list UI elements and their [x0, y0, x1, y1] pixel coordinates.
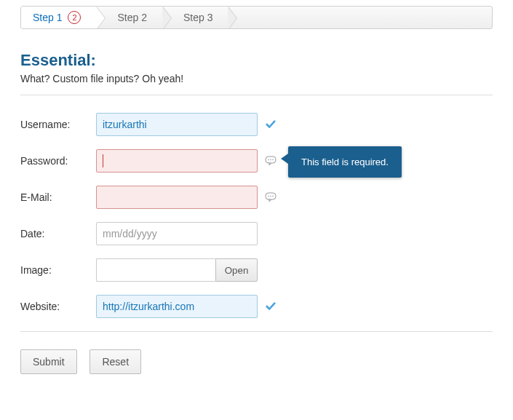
wizard-step-2-label: Step 2: [117, 12, 146, 23]
file-input-group: Open: [96, 258, 258, 282]
row-password: Password: This field is required.: [20, 149, 493, 173]
svg-point-6: [270, 196, 271, 197]
wizard-step-1-badge: 2: [68, 11, 81, 24]
text-caret: [103, 154, 103, 167]
label-email: E-Mail:: [20, 191, 96, 203]
row-username: Username:: [20, 113, 493, 136]
row-website: Website:: [20, 295, 493, 318]
reset-button[interactable]: Reset: [90, 349, 141, 374]
row-email: E-Mail:: [20, 186, 493, 209]
date-input[interactable]: [96, 222, 258, 245]
divider: [20, 95, 493, 95]
check-icon: [265, 119, 277, 130]
divider: [20, 331, 493, 332]
section-title: Essential:: [20, 51, 493, 70]
wizard-step-1[interactable]: Step 1 2: [21, 7, 97, 28]
svg-point-1: [268, 159, 269, 161]
section-subtitle: What? Custom file inputs? Oh yeah!: [20, 73, 493, 84]
speech-bubble-icon: [265, 155, 277, 167]
file-path-display[interactable]: [96, 258, 215, 282]
wizard-steps: Step 1 2 Step 2 Step 3: [20, 6, 493, 29]
svg-point-5: [268, 196, 269, 197]
tooltip-required: This field is required.: [288, 146, 402, 178]
form-actions: Submit Reset: [20, 349, 493, 374]
svg-point-2: [270, 159, 271, 161]
svg-point-3: [272, 159, 274, 161]
wizard-step-1-label: Step 1: [33, 12, 62, 23]
file-open-button[interactable]: Open: [215, 258, 258, 282]
check-icon: [265, 301, 277, 312]
label-username: Username:: [20, 119, 96, 130]
speech-bubble-icon: [265, 191, 277, 203]
tooltip-text: This field is required.: [301, 156, 389, 167]
svg-point-7: [272, 196, 274, 197]
email-input[interactable]: [96, 186, 258, 209]
label-image: Image:: [20, 264, 96, 276]
wizard-step-3-label: Step 3: [183, 12, 212, 23]
row-date: Date:: [20, 222, 493, 245]
website-input[interactable]: [96, 295, 258, 318]
label-website: Website:: [20, 301, 96, 312]
password-input[interactable]: [96, 149, 258, 173]
wizard-step-2[interactable]: Step 2: [97, 7, 162, 28]
label-date: Date:: [20, 228, 96, 239]
submit-button[interactable]: Submit: [20, 349, 77, 374]
row-image: Image: Open: [20, 258, 493, 282]
wizard-step-3[interactable]: Step 3: [163, 7, 228, 28]
username-input[interactable]: [96, 113, 258, 136]
label-password: Password:: [20, 155, 96, 167]
